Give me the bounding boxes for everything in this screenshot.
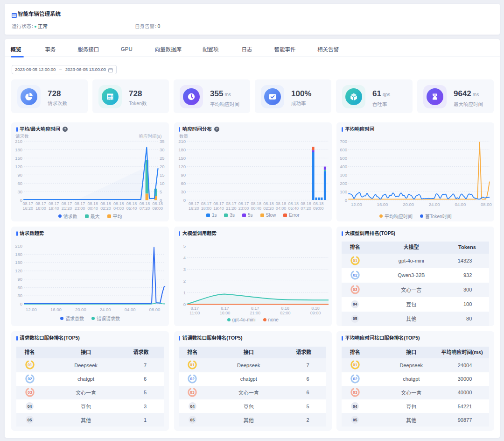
svg-text:60: 60 — [181, 181, 186, 186]
svg-text:0: 0 — [20, 198, 22, 203]
svg-text:02:00: 02:00 — [280, 311, 291, 315]
svg-text:8.17: 8.17 — [221, 306, 229, 311]
svg-text:180: 180 — [15, 147, 22, 152]
svg-text:03: 03 — [353, 390, 357, 395]
svg-text:09:00: 09:00 — [152, 206, 163, 211]
svg-text:100: 100 — [340, 189, 347, 194]
svg-text:200: 200 — [340, 181, 347, 186]
svg-text:03: 03 — [353, 287, 357, 292]
svg-text:08:00: 08:00 — [481, 202, 492, 207]
svg-text:150: 150 — [178, 156, 186, 161]
svg-text:1: 1 — [183, 290, 185, 295]
svg-text:120: 120 — [178, 164, 186, 169]
svg-text:08.17: 08.17 — [213, 201, 224, 206]
svg-text:09:00: 09:00 — [310, 311, 321, 315]
svg-text:08.18: 08.18 — [288, 201, 299, 206]
svg-text:02: 02 — [353, 273, 357, 277]
svg-text:19:40: 19:40 — [49, 206, 59, 211]
svg-text:18:00: 18:00 — [201, 206, 211, 211]
svg-text:07:20: 07:20 — [140, 206, 150, 211]
svg-text:08.18: 08.18 — [140, 201, 150, 206]
svg-text:10: 10 — [160, 181, 165, 186]
svg-text:8.17: 8.17 — [251, 306, 259, 311]
svg-text:60: 60 — [17, 181, 22, 186]
svg-text:120: 120 — [15, 164, 22, 169]
svg-text:16:00: 16:00 — [377, 202, 388, 207]
svg-text:08.17: 08.17 — [35, 201, 46, 206]
svg-text:20: 20 — [160, 164, 165, 169]
svg-text:90: 90 — [17, 277, 22, 282]
svg-text:08.18: 08.18 — [100, 201, 111, 206]
svg-text:18:00: 18:00 — [35, 206, 46, 211]
svg-text:08:00: 08:00 — [149, 307, 161, 312]
svg-text:12:00: 12:00 — [26, 307, 37, 312]
svg-text:600: 600 — [340, 147, 347, 152]
svg-text:23:00: 23:00 — [75, 206, 85, 211]
svg-text:15: 15 — [160, 172, 165, 178]
svg-text:08.17: 08.17 — [62, 201, 72, 206]
svg-text:35: 35 — [160, 139, 165, 144]
svg-text:0: 0 — [183, 198, 185, 203]
svg-text:19:40: 19:40 — [213, 206, 224, 211]
svg-text:08.17: 08.17 — [75, 201, 85, 206]
svg-text:08.18: 08.18 — [87, 201, 98, 206]
svg-text:01: 01 — [353, 363, 357, 368]
svg-text:01: 01 — [353, 258, 357, 263]
svg-text:210: 210 — [15, 139, 22, 144]
svg-text:08.17: 08.17 — [226, 201, 237, 206]
svg-text:25: 25 — [160, 156, 165, 161]
svg-text:210: 210 — [178, 139, 186, 144]
svg-text:30: 30 — [181, 189, 186, 194]
svg-text:01: 01 — [28, 363, 32, 368]
svg-text:08.18: 08.18 — [276, 201, 287, 206]
svg-text:07:20: 07:20 — [301, 206, 311, 211]
svg-text:20:00: 20:00 — [403, 202, 414, 207]
svg-text:08.17: 08.17 — [201, 201, 211, 206]
svg-text:180: 180 — [15, 252, 22, 257]
svg-text:08.17: 08.17 — [22, 201, 33, 206]
svg-text:21:20: 21:20 — [62, 206, 72, 211]
svg-text:0: 0 — [183, 302, 185, 307]
svg-text:00:40: 00:40 — [87, 206, 98, 211]
svg-text:05:40: 05:40 — [288, 206, 299, 211]
svg-text:08.18: 08.18 — [301, 201, 311, 206]
svg-text:60: 60 — [17, 285, 22, 290]
svg-text:02: 02 — [190, 377, 195, 381]
svg-text:08.17: 08.17 — [189, 201, 199, 206]
svg-text:4: 4 — [183, 255, 185, 260]
svg-text:8.17: 8.17 — [190, 306, 199, 311]
svg-text:30: 30 — [17, 189, 22, 194]
svg-text:08.18: 08.18 — [251, 201, 261, 206]
svg-text:16:00: 16:00 — [50, 307, 62, 312]
svg-text:02: 02 — [353, 377, 357, 381]
svg-text:5: 5 — [160, 189, 162, 194]
svg-text:2: 2 — [183, 278, 185, 284]
svg-text:08.17: 08.17 — [238, 201, 249, 206]
svg-text:09:00: 09:00 — [313, 206, 324, 211]
svg-text:16:20: 16:20 — [189, 206, 199, 211]
svg-text:04:00: 04:00 — [125, 307, 136, 312]
svg-text:08.18: 08.18 — [152, 201, 163, 206]
svg-text:150: 150 — [15, 260, 22, 265]
svg-text:04:00: 04:00 — [276, 206, 287, 211]
svg-text:24:00: 24:00 — [429, 202, 440, 207]
svg-text:04:00: 04:00 — [455, 202, 466, 207]
svg-text:02: 02 — [28, 377, 32, 381]
svg-text:01: 01 — [190, 363, 195, 368]
svg-text:08.18: 08.18 — [126, 201, 137, 206]
svg-text:11:00: 11:00 — [189, 311, 200, 315]
svg-text:8.18: 8.18 — [311, 306, 320, 311]
svg-text:90: 90 — [181, 172, 186, 178]
svg-text:数量: 数量 — [179, 134, 189, 139]
svg-text:30: 30 — [17, 293, 22, 298]
svg-text:700: 700 — [340, 139, 347, 144]
svg-text:210: 210 — [15, 243, 22, 249]
svg-text:30: 30 — [160, 147, 165, 152]
svg-text:12:00: 12:00 — [351, 202, 362, 207]
svg-text:21:20: 21:20 — [226, 206, 237, 211]
svg-text:请求数: 请求数 — [15, 134, 29, 139]
svg-text:04:00: 04:00 — [113, 206, 124, 211]
svg-text:23:00: 23:00 — [238, 206, 249, 211]
svg-text:500: 500 — [340, 156, 347, 161]
svg-text:响应时间(s): 响应时间(s) — [139, 134, 161, 139]
